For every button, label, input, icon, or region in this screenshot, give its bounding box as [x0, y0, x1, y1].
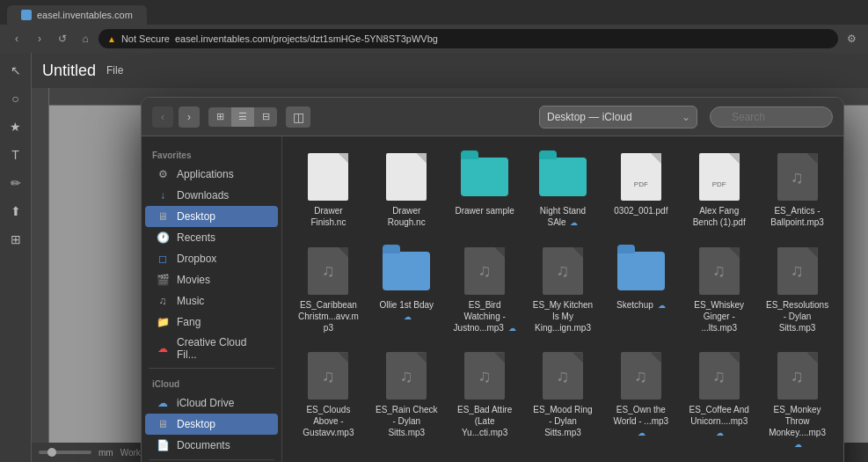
zoom-thumb [47, 448, 56, 457]
es-own-name: ES_Own the World - ...mp3 ☁ [609, 404, 673, 439]
documents-label: Documents [177, 439, 230, 451]
file-item-alex-fang[interactable]: PDF Alex Fang Bench (1).pdf [683, 147, 755, 234]
drawer-finish-name: Drawer Finish.nc [296, 205, 360, 228]
sidebar-item-cc[interactable]: ☁ Creative Cloud Fil... [145, 333, 278, 364]
sidebar-item-recents[interactable]: 🕐 Recents [145, 227, 278, 248]
file-item-es-mood-ring[interactable]: ES_Mood Ring - Dylan Sitts.mp3 [528, 346, 599, 456]
music-file-icon-11 [621, 352, 661, 400]
view-col-button[interactable]: ⊟ [254, 107, 277, 127]
browser-chrome: easel.inventables.com ‹ › ↺ ⌂ ▲ Not Secu… [0, 0, 868, 53]
address-bar[interactable]: ▲ Not Secure easel.inventables.com/proje… [98, 29, 838, 48]
not-secure-label: Not Secure [121, 33, 170, 44]
tool-apps[interactable]: ⊞ [5, 229, 26, 250]
es-rain-icon [382, 351, 431, 400]
file-item-es-own[interactable]: ES_Own the World - ...mp3 ☁ [605, 346, 676, 456]
sidebar-item-documents[interactable]: 📄 Documents [145, 435, 278, 456]
file-item-0302-001[interactable]: PDF 0302_001.pdf [605, 147, 676, 234]
es-whiskey-name: ES_Whiskey Ginger - ...lts.mp3 [688, 299, 751, 334]
tab-favicon [21, 10, 32, 20]
documents-icon: 📄 [156, 438, 170, 452]
file-item-es-caribbean[interactable]: ES_Caribbean Christm...avv.mp3 [293, 241, 364, 340]
sidebar-item-applications[interactable]: ⚙ Applications [145, 164, 278, 185]
file-item-es-bird[interactable]: ES_Bird Watching - Justno...mp3 ☁ [449, 241, 521, 340]
back-button[interactable]: ‹ [7, 29, 26, 48]
file-item-es-antics[interactable]: ES_Antics - Ballpoint.mp3 [762, 147, 833, 234]
sidebar-item-icloud-desktop[interactable]: 🖥 Desktop [145, 414, 278, 435]
file-item-es-kitchen[interactable]: ES_My Kitchen Is My King...ign.mp3 [528, 241, 599, 340]
sidebar-item-icloud-drive[interactable]: ☁ iCloud Drive [145, 392, 278, 414]
file-item-es-coffee[interactable]: ES_Coffee And Unicorn....mp3 ☁ [683, 346, 755, 456]
sketchup-name: Sketchup ☁ [616, 299, 665, 312]
drawer-rough-name: Drawer Rough.nc [375, 205, 438, 228]
teal-folder-icon [461, 158, 508, 196]
file-item-es-clouds[interactable]: ES_Clouds Above - Gustavv.mp3 [293, 346, 364, 456]
es-antics-name: ES_Antics - Ballpoint.mp3 [766, 205, 829, 228]
home-button[interactable]: ⌂ [76, 29, 95, 48]
tool-import[interactable]: ⬆ [5, 201, 26, 222]
icloud-drive-icon: ☁ [156, 396, 170, 410]
sidebar-item-music[interactable]: ♫ Music [145, 290, 278, 312]
location-selector[interactable]: Desktop — iCloud [539, 106, 697, 128]
file-item-es-rain[interactable]: ES_Rain Check - Dylan Sitts.mp3 [371, 346, 442, 456]
file-item-es-whiskey[interactable]: ES_Whiskey Ginger - ...lts.mp3 [683, 241, 755, 340]
browser-tab[interactable]: easel.inventables.com [7, 5, 147, 25]
browser-nav-bar: ‹ › ↺ ⌂ ▲ Not Secure easel.inventables.c… [0, 25, 868, 53]
tool-star[interactable]: ★ [5, 116, 26, 137]
file-menu[interactable]: File [106, 64, 123, 77]
view-toggle: ⊞ ☰ ⊟ [208, 107, 277, 127]
es-mood-ring-icon [538, 351, 587, 400]
ruler-vertical [32, 88, 49, 462]
sidebar-item-fang[interactable]: 📁 Fang [145, 312, 278, 333]
sidebar-item-dropbox[interactable]: ◻ Dropbox [145, 248, 278, 269]
tab-label: easel.inventables.com [37, 10, 133, 20]
file-item-ollie[interactable]: Ollie 1st Bday ☁ [371, 241, 442, 340]
unit-label: mm [98, 448, 113, 458]
nc-file-icon-2 [386, 153, 427, 201]
es-resolutions-icon [773, 246, 822, 296]
drawer-sample-name: Drawer sample [456, 205, 514, 216]
desktop-label: Desktop [177, 210, 215, 223]
sidebar-item-downloads[interactable]: ↓ Downloads [145, 185, 278, 206]
view-icon-button[interactable]: ⊞ [208, 107, 231, 127]
sidebar-item-desktop[interactable]: 🖥 Desktop [145, 206, 278, 227]
file-item-drawer-rough[interactable]: Drawer Rough.nc [371, 147, 442, 234]
dialog-forward-button[interactable]: › [179, 106, 200, 128]
file-item-night-stand[interactable]: Night Stand SAle ☁ [528, 147, 599, 234]
file-item-es-monkey[interactable]: ES_Monkey Throw Monkey....mp3 ☁ [762, 346, 833, 456]
music-file-icon-5 [699, 247, 740, 295]
music-file-icon-6 [777, 247, 818, 295]
tool-text[interactable]: T [5, 144, 26, 165]
es-bird-name: ES_Bird Watching - Justno...mp3 ☁ [453, 299, 516, 334]
file-item-es-bad-attire[interactable]: ES_Bad Attire (Late Yu...cti.mp3 [449, 346, 521, 456]
sketchup-icon [616, 246, 666, 296]
sidebar-item-movies[interactable]: 🎬 Movies [145, 269, 278, 290]
es-clouds-name: ES_Clouds Above - Gustavv.mp3 [296, 404, 360, 438]
search-input[interactable] [710, 106, 833, 128]
refresh-button[interactable]: ↺ [53, 29, 72, 48]
file-item-sketchup[interactable]: Sketchup ☁ [605, 241, 676, 340]
forward-button[interactable]: › [30, 29, 49, 48]
icloud-desktop-icon: 🖥 [156, 417, 170, 431]
tool-shape[interactable]: ○ [5, 88, 26, 109]
tool-select[interactable]: ↖ [5, 60, 26, 81]
tool-pen[interactable]: ✏ [5, 172, 26, 194]
music-file-icon-12 [699, 352, 740, 400]
music-file-icon [777, 153, 818, 201]
file-item-es-resolutions[interactable]: ES_Resolutions - Dylan Sitts.mp3 [762, 241, 833, 340]
file-item-drawer-finish[interactable]: Drawer Finish.nc [293, 147, 364, 234]
extensions-button[interactable]: ⚙ [842, 29, 861, 48]
es-clouds-icon [303, 351, 353, 400]
new-folder-button[interactable]: ◫ [286, 106, 310, 128]
cc-icon: ☁ [156, 341, 170, 356]
view-list-button[interactable]: ☰ [231, 107, 254, 127]
easel-tool-sidebar: ↖ ○ ★ T ✏ ⬆ ⊞ [0, 53, 32, 462]
zoom-slider[interactable] [39, 451, 91, 454]
search-wrapper [710, 106, 833, 128]
file-area: Drawer Finish.nc Drawer Rough.nc [282, 136, 843, 462]
downloads-label: Downloads [177, 189, 229, 202]
file-item-drawer-sample[interactable]: Drawer sample [449, 147, 521, 234]
easel-top-bar: Untitled File [32, 53, 868, 88]
dialog-back-button[interactable]: ‹ [152, 106, 173, 128]
project-title[interactable]: Untitled [42, 62, 96, 80]
divider-1 [149, 368, 274, 369]
